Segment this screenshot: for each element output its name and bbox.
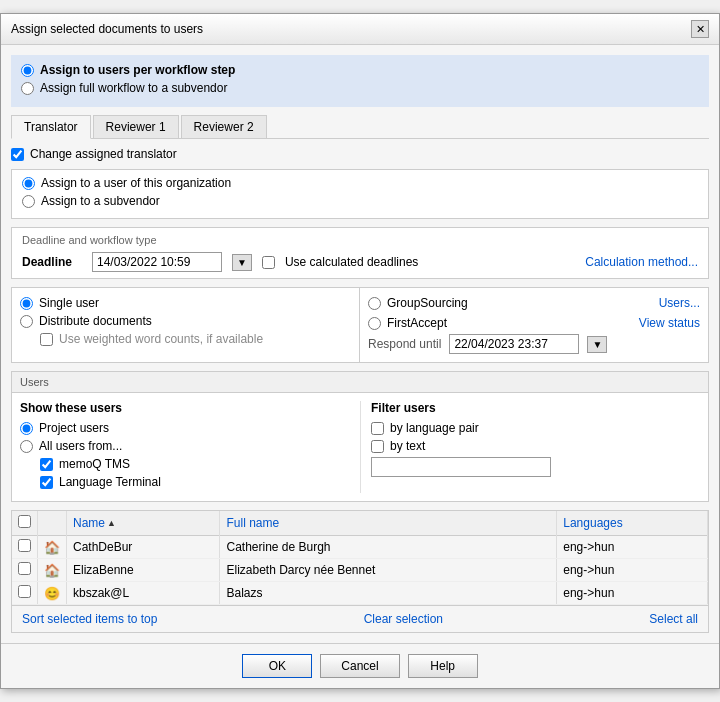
assign-subvendor-radio[interactable] (21, 82, 34, 95)
distribute-label: Distribute documents (39, 314, 152, 328)
th-icon (38, 511, 67, 536)
deadline-dropdown-btn[interactable]: ▼ (232, 254, 252, 271)
row-fullname: Elizabeth Darcy née Bennet (220, 559, 557, 582)
by-lang-pair-label: by language pair (390, 421, 479, 435)
calc-method-link[interactable]: Calculation method... (585, 255, 698, 269)
row-languages: eng->hun (557, 559, 708, 582)
select-all-header-checkbox[interactable] (18, 515, 31, 528)
respond-dropdown-btn[interactable]: ▼ (587, 336, 607, 353)
ok-button[interactable]: OK (242, 654, 312, 678)
first-accept-label: FirstAccept (387, 316, 447, 330)
lang-terminal-label: Language Terminal (59, 475, 161, 489)
dialog-title: Assign selected documents to users (11, 22, 203, 36)
row-icon-cell: 😊 (38, 582, 67, 605)
single-user-row: Single user (20, 296, 351, 310)
by-text-checkbox[interactable] (371, 440, 384, 453)
close-button[interactable]: ✕ (691, 20, 709, 38)
respond-until-input[interactable] (449, 334, 579, 354)
dialog-body: Assign to users per workflow step Assign… (1, 45, 719, 643)
use-calculated-label: Use calculated deadlines (285, 255, 418, 269)
row-checkbox-cell[interactable] (12, 536, 38, 559)
row-checkbox-cell[interactable] (12, 582, 38, 605)
row-fullname: Catherine de Burgh (220, 536, 557, 559)
row-checkbox[interactable] (18, 539, 31, 552)
assign-to-section: Assign to a user of this organization As… (11, 169, 709, 219)
row-name: ElizaBenne (67, 559, 220, 582)
view-status-link[interactable]: View status (639, 316, 700, 330)
select-all-link[interactable]: Select all (649, 612, 698, 626)
table-row[interactable]: 🏠 CathDeBur Catherine de Burgh eng->hun (12, 536, 708, 559)
distribute-radio[interactable] (20, 315, 33, 328)
tab-reviewer2[interactable]: Reviewer 2 (181, 115, 267, 138)
row-icon-cell: 🏠 (38, 559, 67, 582)
assignment-type-section: Assign to users per workflow step Assign… (11, 55, 709, 107)
row-checkbox-cell[interactable] (12, 559, 38, 582)
memoq-checkbox[interactable] (40, 458, 53, 471)
group-sourcing-label: GroupSourcing (387, 296, 468, 310)
cancel-button[interactable]: Cancel (320, 654, 399, 678)
assign-org-radio[interactable] (22, 177, 35, 190)
row-languages: eng->hun (557, 536, 708, 559)
left-mode-col: Single user Distribute documents Use wei… (12, 288, 360, 362)
row-checkbox[interactable] (18, 585, 31, 598)
user-icon: 🏠 (44, 539, 60, 555)
tab-translator[interactable]: Translator (11, 115, 91, 139)
by-lang-pair-checkbox[interactable] (371, 422, 384, 435)
lang-terminal-checkbox[interactable] (40, 476, 53, 489)
project-users-radio[interactable] (20, 422, 33, 435)
distribute-row: Distribute documents (20, 314, 351, 328)
deadline-row: Deadline ▼ Use calculated deadlines Calc… (22, 252, 698, 272)
group-sourcing-row: GroupSourcing Users... (368, 296, 700, 310)
row-checkbox[interactable] (18, 562, 31, 575)
weighted-counts-label: Use weighted word counts, if available (59, 332, 263, 346)
right-mode-col: GroupSourcing Users... FirstAccept View … (360, 288, 708, 362)
weighted-counts-row: Use weighted word counts, if available (40, 332, 351, 346)
deadline-input[interactable] (92, 252, 222, 272)
deadline-section: Deadline and workflow type Deadline ▼ Us… (11, 227, 709, 279)
th-languages[interactable]: Languages (557, 511, 708, 536)
all-users-label: All users from... (39, 439, 122, 453)
memoq-row: memoQ TMS (40, 457, 350, 471)
change-assigned-checkbox[interactable] (11, 148, 24, 161)
project-users-label: Project users (39, 421, 109, 435)
th-fullname[interactable]: Full name (220, 511, 557, 536)
respond-until-row: Respond until ▼ (368, 334, 700, 354)
dialog-footer: OK Cancel Help (1, 643, 719, 688)
first-accept-radio[interactable] (368, 317, 381, 330)
table-row[interactable]: 😊 kbszak@L Balazs eng->hun (12, 582, 708, 605)
tab-reviewer1[interactable]: Reviewer 1 (93, 115, 179, 138)
clear-selection-link[interactable]: Clear selection (364, 612, 443, 626)
table-footer: Sort selected items to top Clear selecti… (12, 605, 708, 632)
all-users-radio[interactable] (20, 440, 33, 453)
assign-per-step-radio[interactable] (21, 64, 34, 77)
assign-subv-label: Assign to a subvendor (41, 194, 160, 208)
table-row[interactable]: 🏠 ElizaBenne Elizabeth Darcy née Bennet … (12, 559, 708, 582)
th-checkbox (12, 511, 38, 536)
user-icon: 😊 (44, 585, 60, 601)
single-user-label: Single user (39, 296, 99, 310)
users-link[interactable]: Users... (659, 296, 700, 310)
weighted-counts-checkbox[interactable] (40, 333, 53, 346)
group-sourcing-radio[interactable] (368, 297, 381, 310)
row-name: CathDeBur (67, 536, 220, 559)
memoq-label: memoQ TMS (59, 457, 130, 471)
assign-org-row: Assign to a user of this organization (22, 176, 698, 190)
by-text-input[interactable] (371, 457, 551, 477)
table-header-row: Name ▲ Full name Languages (12, 511, 708, 536)
lang-terminal-row: Language Terminal (40, 475, 350, 489)
users-section-header: Users (12, 372, 708, 393)
deadline-label: Deadline (22, 255, 82, 269)
sort-selected-link[interactable]: Sort selected items to top (22, 612, 157, 626)
assign-per-step-row: Assign to users per workflow step (21, 63, 699, 77)
use-calculated-checkbox[interactable] (262, 256, 275, 269)
single-user-radio[interactable] (20, 297, 33, 310)
filter-users-heading: Filter users (371, 401, 700, 415)
help-button[interactable]: Help (408, 654, 478, 678)
users-section: Users Show these users Project users All… (11, 371, 709, 502)
assign-subv-radio[interactable] (22, 195, 35, 208)
th-name[interactable]: Name ▲ (67, 511, 220, 536)
assign-org-label: Assign to a user of this organization (41, 176, 231, 190)
change-assigned-row: Change assigned translator (11, 147, 709, 161)
project-users-row: Project users (20, 421, 350, 435)
row-fullname: Balazs (220, 582, 557, 605)
